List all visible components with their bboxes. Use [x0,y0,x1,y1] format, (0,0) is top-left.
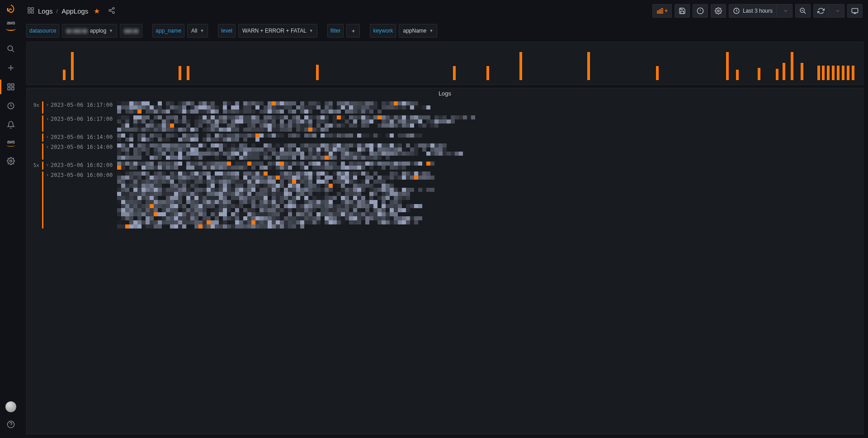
svg-rect-21 [657,11,659,13]
histogram-bar[interactable] [817,66,820,81]
aws-nav-icon[interactable]: aws [6,139,15,147]
aws-swoosh-icon [6,27,16,31]
histogram-panel[interactable] [26,42,863,85]
chevron-down-icon[interactable] [831,5,844,17]
expand-row-icon[interactable]: › [46,143,51,149]
share-icon[interactable] [108,7,115,15]
add-filter-button[interactable]: + [346,24,360,38]
dashboard-insights-button[interactable] [693,4,708,18]
refresh-button[interactable] [813,4,844,18]
log-row[interactable]: ›2023-05-06 16:14:00 [30,143,859,161]
logs-body[interactable]: 9x›2023-05-06 16:17:00›2023-05-06 16:17:… [27,99,863,434]
row-timestamp: 2023-05-06 16:14:00 [51,143,117,150]
user-avatar[interactable] [5,401,16,412]
histogram-bar[interactable] [847,66,849,81]
datasource-icon-blur: ▮▮ ▮▮▮ ▮▮ [66,28,87,34]
log-row[interactable]: 5x›2023-05-06 16:02:00 [30,161,859,171]
histogram-bar[interactable] [71,52,74,80]
explore-icon[interactable] [6,101,15,110]
main-content: Logs 9x›2023-05-06 16:17:00›2023-05-06 1… [26,42,863,434]
variable-row: datasource ▮▮ ▮▮▮ ▮▮ applog ▼ ▮▮▮ ▮▮ app… [22,22,868,40]
settings-button[interactable] [711,4,726,18]
histogram-bar[interactable] [486,66,489,80]
histogram-bar[interactable] [822,66,825,81]
histogram-canvas [31,45,859,82]
svg-line-30 [804,12,806,14]
row-count [30,133,42,134]
plus-icon[interactable] [6,63,15,72]
svg-line-20 [111,11,113,12]
histogram-bar[interactable] [726,52,729,80]
log-row[interactable]: ›2023-05-06 16:14:00 [30,133,859,143]
breadcrumb-root[interactable]: Logs [38,7,53,15]
breadcrumb: Logs / AppLogs ★ [27,7,115,15]
histogram-bar[interactable] [453,66,456,80]
histogram-bar[interactable] [832,66,835,81]
breadcrumb-separator: / [57,8,58,14]
histogram-bar[interactable] [316,65,319,80]
row-message [117,162,859,170]
star-icon[interactable]: ★ [94,7,100,15]
expand-row-icon[interactable]: › [46,115,51,121]
kiosk-button[interactable] [847,4,863,18]
histogram-bar[interactable] [783,63,785,80]
expand-row-icon[interactable]: › [46,162,51,167]
svg-rect-22 [660,10,661,13]
svg-point-18 [113,11,114,13]
grafana-logo[interactable] [4,3,18,17]
expand-row-icon[interactable]: › [46,101,51,107]
var-unknown-select[interactable]: ▮▮▮ ▮▮ [120,24,142,38]
row-message [117,133,859,142]
row-timestamp: 2023-05-06 16:14:00 [51,133,117,140]
level-bar [42,143,43,160]
page-title: AppLogs [61,7,88,15]
histogram-bar[interactable] [63,70,66,80]
var-appname-select[interactable]: All ▼ [187,24,208,38]
alerting-icon[interactable] [6,120,15,129]
dashboards-breadcrumb-icon[interactable] [27,7,34,15]
histogram-bar[interactable] [758,68,760,80]
histogram-bar[interactable] [736,70,739,80]
expand-row-icon[interactable]: › [46,171,51,177]
var-keyword-value: appName [403,28,426,34]
var-datasource-value: applog [90,28,106,34]
svg-rect-14 [28,11,30,13]
histogram-bar[interactable] [842,66,844,81]
chevron-down-icon: ▼ [109,29,113,33]
var-datasource-select[interactable]: ▮▮ ▮▮▮ ▮▮ applog ▼ [62,24,117,38]
chevron-down-icon: ▼ [429,29,433,33]
time-picker-button[interactable]: Last 3 hours [729,4,793,18]
save-button[interactable] [675,4,690,18]
svg-rect-12 [28,8,30,10]
var-level-select[interactable]: WARN + ERROR + FATAL ▼ [238,24,317,38]
histogram-bar[interactable] [827,66,830,81]
dashboards-icon[interactable] [6,82,15,91]
logs-panel-title[interactable]: Logs [27,88,863,99]
var-keyword-select[interactable]: appName ▼ [399,24,437,38]
histogram-bar[interactable] [837,66,840,81]
histogram-bar[interactable] [791,52,793,80]
svg-line-19 [111,9,113,10]
config-icon[interactable] [6,157,15,166]
level-bar [42,133,43,142]
histogram-bar[interactable] [187,66,189,80]
search-icon[interactable] [6,44,15,53]
log-row[interactable]: ›2023-05-06 16:00:00 [30,171,859,229]
histogram-bar[interactable] [801,63,803,80]
chevron-down-icon[interactable] [779,5,792,17]
log-row[interactable]: 9x›2023-05-06 16:17:00 [30,100,859,114]
histogram-bar[interactable] [519,52,522,80]
row-count [30,115,42,116]
histogram-bar[interactable] [656,66,659,80]
add-panel-button[interactable]: + [652,4,672,18]
log-row[interactable]: ›2023-05-06 16:17:00 [30,114,859,133]
histogram-bar[interactable] [587,52,590,80]
expand-row-icon[interactable]: › [46,133,51,139]
histogram-bar[interactable] [179,66,181,80]
histogram-bar[interactable] [776,69,778,80]
zoom-out-button[interactable] [795,4,811,18]
help-icon[interactable] [7,420,15,430]
blur-value: ▮▮▮ ▮▮ [124,28,138,34]
histogram-bar[interactable] [852,66,854,81]
row-count: 9x [30,101,42,108]
